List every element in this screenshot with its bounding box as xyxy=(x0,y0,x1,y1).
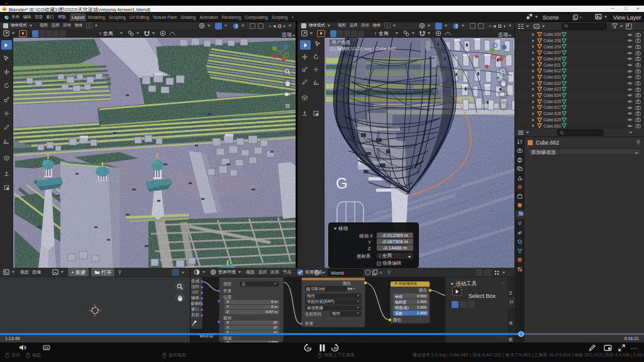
svg-text:30: 30 xyxy=(333,346,337,350)
svg-text:10: 10 xyxy=(306,346,310,350)
